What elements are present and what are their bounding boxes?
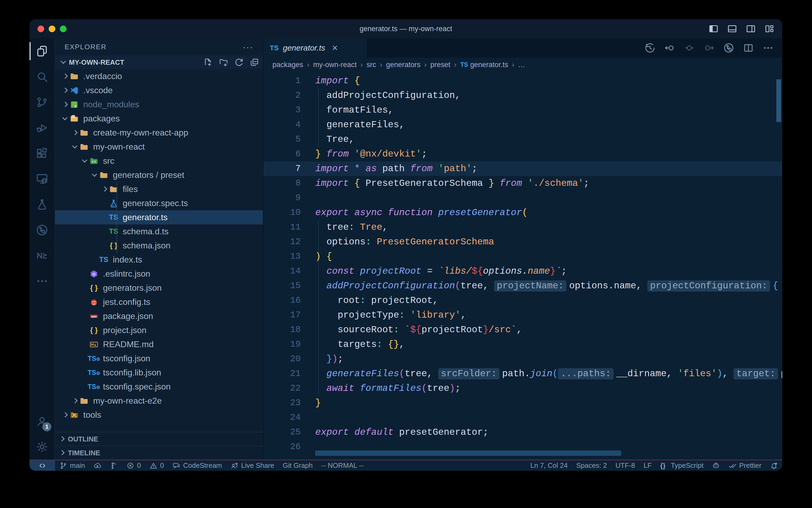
status-pipeline[interactable] (106, 460, 122, 471)
navigate-next-change-button[interactable] (704, 42, 715, 53)
code-line-18[interactable]: 18 sourceRoot: `${projectRoot}/src`, (264, 323, 782, 337)
code-line-12[interactable]: 12 options: PresetGeneratorSchema (264, 235, 782, 249)
chevron-right-icon[interactable] (101, 186, 108, 193)
activity-item-remote-explorer[interactable] (30, 166, 54, 192)
tree-item-generator-spec-ts[interactable]: generator.spec.ts (55, 196, 263, 210)
chevron-right-icon[interactable] (61, 73, 68, 80)
status-errors[interactable]: 0 (122, 460, 145, 471)
chevron-down-icon[interactable] (91, 172, 98, 179)
code-line-3[interactable]: 3 formatFiles, (264, 103, 782, 117)
navigate-previous-change-button[interactable] (684, 42, 695, 53)
status-language-mode[interactable]: {}TypeScript (656, 460, 708, 471)
chevron-right-icon[interactable] (71, 397, 78, 405)
chevron-down-icon[interactable] (61, 115, 68, 122)
layout-sidebar-right-icon[interactable] (746, 24, 756, 34)
code-line-24[interactable]: 24 (264, 410, 782, 425)
chevron-down-icon[interactable] (71, 143, 78, 151)
line-number[interactable]: 4 (264, 120, 301, 130)
line-number[interactable]: 18 (264, 325, 301, 335)
chevron-down-icon[interactable] (81, 158, 88, 165)
status-warnings[interactable]: 0 (145, 460, 168, 471)
local-history-button[interactable] (644, 42, 656, 53)
tree-item-index-ts[interactable]: TSindex.ts (55, 253, 263, 267)
line-number[interactable]: 13 (264, 252, 301, 261)
code-line-25[interactable]: 25export default presetGenerator; (264, 425, 782, 439)
status-cursor-position[interactable]: Ln 7, Col 24 (526, 460, 572, 471)
code-line-22[interactable]: 22 await formatFiles(tree); (264, 381, 782, 396)
line-number[interactable]: 6 (264, 149, 301, 159)
line-number[interactable]: 17 (264, 310, 301, 320)
code-line-26[interactable]: 26 (264, 439, 782, 454)
chevron-right-icon[interactable] (61, 412, 68, 419)
tree-item-generator-ts[interactable]: TSgenerator.ts (55, 210, 263, 224)
line-number[interactable]: 3 (264, 105, 301, 115)
activity-item-extensions[interactable] (30, 140, 54, 166)
line-number[interactable]: 10 (264, 208, 301, 217)
line-number[interactable]: 7 (264, 164, 301, 174)
line-number[interactable]: 23 (264, 398, 301, 408)
status-notifications[interactable] (766, 460, 782, 471)
tree-item-schema-json[interactable]: { }schema.json (55, 239, 263, 253)
code-line-15[interactable]: 15 addProjectConfiguration(tree, project… (264, 279, 782, 293)
line-number[interactable]: 9 (264, 193, 301, 203)
line-number[interactable]: 11 (264, 222, 301, 232)
code-line-13[interactable]: 13) { (264, 249, 782, 264)
workspace-section-header[interactable]: MY-OWN-REACT (55, 55, 263, 69)
chevron-right-icon[interactable] (61, 101, 68, 108)
line-number[interactable]: 24 (264, 413, 301, 423)
tree-item-readme-md[interactable]: README.md (55, 337, 263, 351)
status-prettier[interactable]: Prettier (724, 460, 766, 471)
tree-item-tsconfig-json[interactable]: TS⚙tsconfig.json (55, 351, 263, 366)
status-codestream[interactable]: CodeStream (168, 460, 226, 471)
tree-item-src[interactable]: src (55, 154, 263, 168)
code-line-11[interactable]: 11 tree: Tree, (264, 220, 782, 235)
split-editor-button[interactable] (743, 42, 754, 53)
line-number[interactable]: 22 (264, 383, 301, 393)
status-git-graph[interactable]: Git Graph (279, 460, 317, 471)
chevron-right-icon[interactable] (71, 129, 78, 136)
code-line-16[interactable]: 16 root: projectRoot, (264, 293, 782, 308)
breadcrumb-item[interactable]: generators (386, 61, 420, 69)
line-number[interactable]: 19 (264, 339, 301, 349)
source-control-graph-button[interactable] (723, 42, 734, 53)
tree-item-my-own-react-e2e[interactable]: my-own-react-e2e (55, 394, 263, 408)
activity-item-settings[interactable] (30, 434, 54, 460)
breadcrumb-item[interactable]: packages (273, 61, 303, 69)
line-number[interactable]: 8 (264, 178, 301, 188)
layout-sidebar-left-icon[interactable] (708, 24, 719, 34)
activity-item-additional-views[interactable] (30, 268, 54, 294)
tree-item-node-modules[interactable]: node_modules (55, 97, 263, 112)
code-line-8[interactable]: 8import { PresetGeneratorSchema } from '… (264, 176, 782, 190)
line-number[interactable]: 1 (264, 76, 301, 86)
code-line-5[interactable]: 5 Tree, (264, 132, 782, 147)
panel-timeline[interactable]: TIMELINE (55, 446, 263, 460)
tree-item-jest-config-ts[interactable]: jest.config.ts (55, 295, 263, 309)
status-live-share[interactable]: Live Share (226, 460, 278, 471)
code-line-21[interactable]: 21 generateFiles(tree, srcFolder:path.jo… (264, 366, 782, 381)
code-line-9[interactable]: 9 (264, 190, 782, 205)
activity-item-search[interactable] (30, 64, 54, 89)
new-folder-icon[interactable] (219, 57, 228, 67)
code-line-7[interactable]: 7import * as path from 'path'; (264, 161, 782, 176)
status-git-branch[interactable]: main (55, 460, 89, 471)
code-line-1[interactable]: 1import { (264, 74, 782, 88)
activity-item-nx-console[interactable] (30, 243, 54, 268)
code-line-10[interactable]: 10export async function presetGenerator( (264, 205, 782, 220)
tree-item--vscode[interactable]: .vscode (55, 83, 263, 97)
activity-item-explorer[interactable] (30, 38, 54, 64)
line-number[interactable]: 16 (264, 296, 301, 305)
new-file-icon[interactable] (203, 57, 213, 67)
activity-item-source-control[interactable] (30, 89, 54, 115)
tree-item-files[interactable]: files (55, 182, 263, 196)
tree-item-create-my-own-react-app[interactable]: create-my-own-react-app (55, 126, 263, 140)
tree-item--eslintrc-json[interactable]: .eslintrc.json (55, 267, 263, 281)
tree-item--verdaccio[interactable]: .verdaccio (55, 69, 263, 83)
code-line-6[interactable]: 6} from '@nx/devkit'; (264, 147, 782, 161)
line-number[interactable]: 5 (264, 134, 301, 144)
activity-item-gitlens[interactable] (30, 217, 54, 243)
code-line-20[interactable]: 20 }); (264, 352, 782, 366)
code-line-23[interactable]: 23} (264, 396, 782, 410)
panel-outline[interactable]: OUTLINE (55, 432, 263, 446)
close-tab-icon[interactable]: × (332, 42, 338, 53)
line-number[interactable]: 12 (264, 237, 301, 247)
